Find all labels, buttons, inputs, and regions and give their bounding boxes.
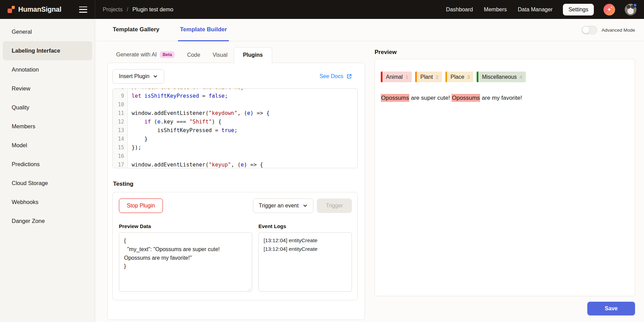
save-button[interactable]: Save — [587, 302, 635, 315]
plugins-toolbar: Insert Plugin See Docs — [112, 69, 358, 84]
text-segment[interactable]: Opossums — [452, 94, 480, 102]
sidebar-item-label: Annotation — [12, 66, 39, 73]
template-tab[interactable]: Template Builder — [178, 19, 229, 41]
code-line: 9let isShiftKeyPressed = false; — [113, 92, 357, 100]
sidebar-item-label: Quality — [12, 104, 29, 111]
testing-controls: Stop Plugin Trigger an event Trigger — [119, 198, 352, 213]
see-docs-link[interactable]: See Docs — [320, 73, 358, 79]
label-chip[interactable]: Place 3 — [445, 72, 473, 82]
text-segment[interactable]: Opossums — [381, 94, 409, 102]
code-text[interactable]: }); — [128, 143, 141, 152]
preview-card: Animal 1 Plant 2 Place 3 — [375, 59, 635, 296]
sidebar-item-label: General — [12, 29, 32, 35]
sparkle-plus-icon: ✦ — [610, 6, 613, 9]
code-text[interactable]: // Track the state of the shift key — [128, 88, 244, 92]
line-number: 17 — [113, 161, 128, 168]
builder-subtab[interactable]: Code — [181, 47, 206, 63]
sidebar-item[interactable]: Model — [3, 136, 92, 155]
external-link-icon — [346, 73, 352, 79]
builder-subtab[interactable]: Generate with AI Beta — [110, 47, 181, 63]
sidebar-item[interactable]: Predictions — [3, 155, 92, 174]
testing-heading: Testing — [112, 181, 358, 187]
topbar-nav-item[interactable]: Settings — [563, 4, 594, 15]
trigger-button[interactable]: Trigger — [317, 198, 352, 213]
preview-data-column: Preview Data { "my_text": "Opossums are … — [119, 223, 252, 293]
code-line: 16 — [113, 152, 357, 161]
code-text[interactable]: isShiftKeyPressed = true; — [128, 126, 237, 135]
stop-plugin-button[interactable]: Stop Plugin — [119, 198, 163, 213]
sidebar-item-label: Cloud Storage — [12, 180, 48, 186]
sidebar-item[interactable]: General — [3, 22, 92, 41]
code-text[interactable]: window.addEventListener("keyup", (e) => … — [128, 161, 263, 168]
content-header: Template Gallery Template Builder Advanc… — [95, 19, 644, 41]
builder-column: Generate with AI Beta Code Visual Plugin… — [107, 41, 365, 322]
sidebar-item[interactable]: Quality — [3, 98, 92, 117]
advanced-mode-toggle[interactable] — [581, 26, 597, 34]
toggle-knob — [582, 26, 589, 33]
sidebar-item[interactable]: Review — [3, 79, 92, 98]
preview-data-label: Preview Data — [119, 223, 252, 229]
sidebar-item[interactable]: Labeling Interface — [3, 41, 92, 60]
code-text[interactable]: } — [128, 135, 148, 143]
content-body: Generate with AI Beta Code Visual Plugin… — [95, 41, 644, 322]
label-hotkey: 3 — [467, 74, 473, 80]
plugins-panel: Insert Plugin See Docs 8// Track the sta… — [107, 63, 365, 320]
code-line: 15}); — [113, 143, 357, 152]
label-chips: Animal 1 Plant 2 Place 3 — [381, 72, 629, 82]
sidebar-item[interactable]: Members — [3, 117, 92, 136]
template-tabs: Template Gallery Template Builder — [111, 19, 229, 41]
topbar: HumanSignal Projects / Plugin test demo … — [0, 0, 644, 19]
preview-column: Preview Animal 1 Plant 2 — [375, 41, 635, 322]
label-hotkey: 4 — [520, 74, 526, 80]
code-line: 10 — [113, 100, 357, 109]
code-text[interactable]: let isShiftKeyPressed = false; — [128, 92, 228, 100]
code-lines: 8// Track the state of the shift key9let… — [113, 88, 357, 168]
line-number: 8 — [113, 88, 128, 92]
line-number: 13 — [113, 126, 128, 135]
label-chip[interactable]: Miscellaneous 4 — [477, 72, 526, 82]
text-segment[interactable]: are super cute! — [409, 95, 452, 101]
line-number: 14 — [113, 135, 128, 143]
event-logs-column: Event Logs [13:12:04] entityCreate[13:12… — [258, 223, 352, 293]
user-avatar[interactable] — [625, 4, 636, 15]
brand-logo[interactable]: HumanSignal — [8, 6, 62, 13]
annotation-text[interactable]: Opossums are super cute! Opossums are my… — [381, 94, 629, 103]
code-line: 13 isShiftKeyPressed = true; — [113, 126, 357, 135]
breadcrumb-projects-link[interactable]: Projects — [103, 7, 123, 13]
sidebar-item[interactable]: Annotation — [3, 60, 92, 79]
label-chip[interactable]: Animal 1 — [381, 72, 412, 82]
code-text[interactable]: window.addEventListener("keydown", (e) =… — [128, 109, 269, 118]
sidebar-item[interactable]: Cloud Storage — [3, 174, 92, 193]
save-row: Save — [375, 302, 635, 315]
label-chip[interactable]: Plant 2 — [415, 72, 442, 82]
humansignal-logo-icon — [8, 6, 15, 13]
sidebar-item[interactable]: Webhooks — [3, 193, 92, 212]
beta-badge: Beta — [160, 51, 175, 58]
advanced-mode-label: Advanced Mode — [601, 28, 635, 33]
testing-box: Stop Plugin Trigger an event Trigger — [112, 192, 358, 300]
plugin-code-editor[interactable]: 8// Track the state of the shift key9let… — [112, 88, 358, 168]
builder-subtab[interactable]: Plugins — [234, 47, 272, 63]
ai-sparkle-button[interactable]: ✦ ✦ — [603, 4, 615, 15]
breadcrumb-separator: / — [127, 7, 128, 13]
topbar-nav-item[interactable]: Data Manager — [517, 4, 553, 15]
sidebar-item[interactable]: Danger Zone — [3, 212, 92, 230]
trigger-event-select[interactable]: Trigger an event — [253, 198, 313, 213]
advanced-mode-control: Advanced Mode — [581, 19, 635, 41]
code-text[interactable]: if (e.key === "Shift") { — [128, 118, 221, 126]
code-text[interactable] — [128, 100, 132, 109]
template-tab[interactable]: Template Gallery — [111, 19, 162, 41]
text-segment[interactable]: are my favorite! — [480, 95, 522, 101]
builder-subtab[interactable]: Visual — [207, 47, 234, 63]
settings-sidebar: General Labeling Interface Annotation Re… — [0, 19, 95, 322]
topbar-nav-item[interactable]: Members — [483, 4, 508, 15]
insert-plugin-dropdown[interactable]: Insert Plugin — [112, 69, 164, 84]
hamburger-menu-icon[interactable] — [79, 7, 87, 13]
topbar-nav-item[interactable]: Dashboard — [445, 4, 474, 15]
event-log-entry: [13:12:04] entityCreate — [264, 245, 347, 254]
preview-data-textarea[interactable]: { "my_text": "Opossums are super cute! O… — [119, 232, 252, 292]
sidebar-item-label: Members — [12, 123, 35, 130]
code-text[interactable] — [128, 152, 132, 161]
code-line: 17window.addEventListener("keyup", (e) =… — [113, 161, 357, 168]
code-line: 8// Track the state of the shift key — [113, 88, 357, 92]
